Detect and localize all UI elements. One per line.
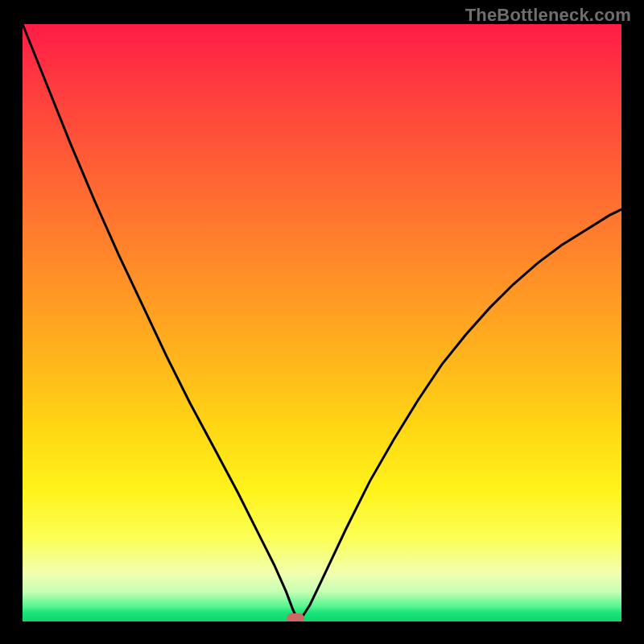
chart-frame: TheBottleneck.com [0, 0, 644, 644]
minimum-marker [287, 613, 304, 621]
plot-area [23, 24, 621, 621]
curve-svg [23, 24, 621, 621]
watermark-text: TheBottleneck.com [465, 5, 631, 26]
bottleneck-curve [23, 24, 621, 621]
